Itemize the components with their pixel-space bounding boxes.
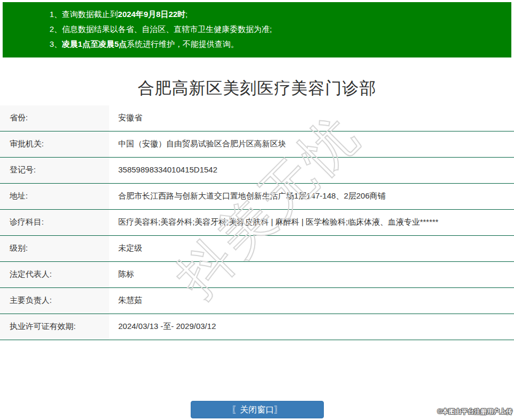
table-row-approval-authority: 审批机关: 中国（安徽）自由贸易试验区合肥片区高新区块 xyxy=(0,131,514,158)
row-label: 主要负责人: xyxy=(0,288,109,314)
table-row-province: 省份: 安徽省 xyxy=(0,105,514,131)
notice-item-1: 1、查询数据截止到2024年9月8日22时; xyxy=(50,7,506,22)
notice-text: 查询数据截止到 xyxy=(62,10,118,19)
row-label: 级别: xyxy=(0,236,109,261)
notice-bold-text: 2024年9月8日22时 xyxy=(118,10,185,19)
table-row-medical-subjects: 诊疗科目: 医疗美容科;美容外科;美容牙科;美容皮肤科 | 麻醉科 | 医学检验… xyxy=(0,210,514,236)
row-label: 诊疗科目: xyxy=(0,210,109,235)
notice-bold-text: 凌晨1点至凌晨5点 xyxy=(62,39,127,48)
notice-item-3: 3、凌晨1点至凌晨5点系统进行维护，不能提供查询。 xyxy=(50,37,506,52)
row-value: 未定级 xyxy=(109,236,514,261)
row-label: 法定代表人: xyxy=(0,262,109,287)
row-label: 执业许可证有效期: xyxy=(0,314,109,340)
row-value: 陈标 xyxy=(109,262,514,287)
close-window-button[interactable]: 〖关闭窗口〗 xyxy=(191,401,324,418)
row-value: 2024/03/13 -至- 2029/03/12 xyxy=(109,314,514,340)
notice-num: 1、 xyxy=(50,10,62,19)
notice-item-2: 2、信息数据结果以各省、自治区、直辖市卫生健康委数据为准; xyxy=(50,22,506,37)
page-title: 合肥高新区美刻医疗美容门诊部 xyxy=(0,77,514,100)
table-row-principal: 主要负责人: 朱慧茹 xyxy=(0,288,514,314)
notice-num: 2、 xyxy=(50,24,62,34)
row-value: 合肥市长江西路与创新大道交口置地创新生活广场1层147-148、2层206商铺 xyxy=(109,184,514,209)
institution-info-table: 省份: 安徽省 审批机关: 中国（安徽）自由贸易试验区合肥片区高新区块 登记号:… xyxy=(0,105,514,340)
notice-text: 信息数据结果以各省、自治区、直辖市卫生健康委数据为准; xyxy=(62,24,272,34)
row-value: 医疗美容科;美容外科;美容牙科;美容皮肤科 | 麻醉科 | 医学检验科;临床体液… xyxy=(109,210,514,235)
row-value: 安徽省 xyxy=(109,105,514,131)
notice-banner: 1、查询数据截止到2024年9月8日22时; 2、信息数据结果以各省、自治区、直… xyxy=(3,2,511,57)
row-label: 省份: xyxy=(0,105,109,131)
notice-text: 系统进行维护，不能提供查询。 xyxy=(127,39,239,48)
table-row-registration-number: 登记号: 35859898334010415D1542 xyxy=(0,158,514,184)
table-row-legal-representative: 法定代表人: 陈标 xyxy=(0,262,514,288)
row-label: 登记号: xyxy=(0,158,109,183)
table-row-address: 地址: 合肥市长江西路与创新大道交口置地创新生活广场1层147-148、2层20… xyxy=(0,184,514,210)
row-value: 35859898334010415D1542 xyxy=(109,158,514,183)
table-row-license-validity: 执业许可证有效期: 2024/03/13 -至- 2029/03/12 xyxy=(0,314,514,340)
credit-watermark-text: ©本图由平台注册用户上传 xyxy=(437,407,512,416)
notice-text: ; xyxy=(185,10,187,19)
notice-num: 3、 xyxy=(50,39,62,48)
table-row-level: 级别: 未定级 xyxy=(0,236,514,262)
row-label: 审批机关: xyxy=(0,131,109,157)
row-value: 朱慧茹 xyxy=(109,288,514,314)
row-label: 地址: xyxy=(0,184,109,209)
row-value: 中国（安徽）自由贸易试验区合肥片区高新区块 xyxy=(109,131,514,157)
